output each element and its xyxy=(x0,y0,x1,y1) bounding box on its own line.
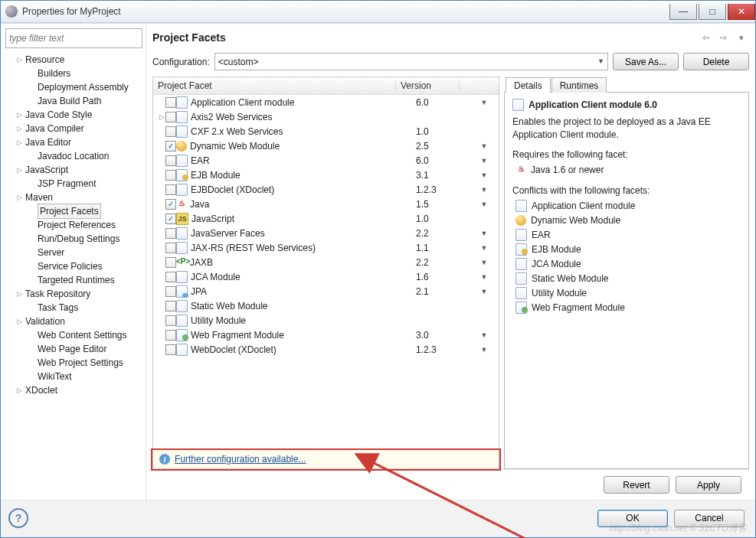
nav-item-validation[interactable]: ▷Validation xyxy=(5,315,142,328)
nav-item-javascript[interactable]: ▷JavaScript xyxy=(5,163,142,177)
nav-item-web-content-settings[interactable]: Web Content Settings xyxy=(5,328,142,342)
facet-row[interactable]: <P>JAXB2.2▼ xyxy=(153,255,499,269)
nav-item-java-editor[interactable]: ▷Java Editor xyxy=(5,135,142,149)
facet-row[interactable]: EJBDoclet (XDoclet)1.2.3▼ xyxy=(153,182,499,197)
version-dropdown-icon[interactable]: ▼ xyxy=(470,157,499,165)
nav-item-jsp-fragment[interactable]: JSP Fragment xyxy=(5,177,142,191)
facet-row[interactable]: ✓♨Java1.5▼ xyxy=(153,197,499,211)
delete-button[interactable]: Delete xyxy=(683,53,749,70)
facet-checkbox[interactable] xyxy=(165,272,176,282)
nav-item-label: Task Repository xyxy=(25,287,90,301)
nav-item-web-project-settings[interactable]: Web Project Settings xyxy=(5,356,142,370)
close-button[interactable]: ✕ xyxy=(728,4,755,20)
facet-row[interactable]: JPA2.1▼ xyxy=(153,284,499,298)
facet-row[interactable]: ✓JSJavaScript1.0 xyxy=(153,211,499,226)
version-dropdown-icon[interactable]: ▼ xyxy=(470,331,499,339)
col-version[interactable]: Version xyxy=(396,80,460,91)
nav-item-javadoc-location[interactable]: Javadoc Location xyxy=(5,149,142,163)
facet-checkbox[interactable] xyxy=(165,126,176,137)
nav-item-run-debug-settings[interactable]: Run/Debug Settings xyxy=(5,232,142,246)
tab-runtimes[interactable]: Runtimes xyxy=(551,77,607,93)
facet-checkbox[interactable]: ✓ xyxy=(165,199,176,210)
nav-item-java-code-style[interactable]: ▷Java Code Style xyxy=(5,108,142,122)
facet-checkbox[interactable] xyxy=(165,257,176,268)
nav-item-task-tags[interactable]: Task Tags xyxy=(5,301,142,315)
nav-item-web-page-editor[interactable]: Web Page Editor xyxy=(5,342,142,356)
nav-item-server[interactable]: Server xyxy=(5,246,142,259)
maximize-button[interactable]: □ xyxy=(699,4,726,20)
version-dropdown-icon[interactable]: ▼ xyxy=(470,99,499,106)
nav-item-targeted-runtimes[interactable]: Targeted Runtimes xyxy=(5,273,142,287)
facet-checkbox[interactable] xyxy=(165,170,176,181)
version-dropdown-icon[interactable]: ▼ xyxy=(470,171,499,179)
version-dropdown-icon[interactable]: ▼ xyxy=(470,273,499,281)
facet-checkbox[interactable] xyxy=(165,315,176,326)
facet-row[interactable]: CXF 2.x Web Services1.0 xyxy=(153,124,499,139)
facet-row[interactable]: Application Client module6.0▼ xyxy=(153,95,499,109)
facet-row[interactable]: ✓Dynamic Web Module2.5▼ xyxy=(153,139,499,153)
facet-checkbox[interactable] xyxy=(165,97,176,108)
facet-checkbox[interactable] xyxy=(165,286,176,297)
facet-row[interactable]: JAX-RS (REST Web Services)1.1▼ xyxy=(153,240,499,255)
version-dropdown-icon[interactable]: ▼ xyxy=(470,244,499,252)
version-dropdown-icon[interactable]: ▼ xyxy=(470,288,499,295)
facet-checkbox[interactable] xyxy=(165,330,176,341)
facet-checkbox[interactable] xyxy=(165,155,176,166)
facet-checkbox[interactable] xyxy=(165,243,176,253)
java-icon: ♨ xyxy=(515,165,526,175)
facet-checkbox[interactable] xyxy=(165,301,176,311)
cancel-button[interactable]: Cancel xyxy=(674,510,745,527)
tab-details[interactable]: Details xyxy=(506,77,551,93)
facet-row[interactable]: Static Web Module xyxy=(153,298,499,313)
nav-menu-icon[interactable]: ▾ xyxy=(735,33,748,43)
help-icon[interactable]: ? xyxy=(8,508,28,528)
nav-tree[interactable]: ▷ResourceBuildersDeployment AssemblyJava… xyxy=(5,53,142,497)
nav-item-deployment-assembly[interactable]: Deployment Assembly xyxy=(5,80,142,94)
further-config-link[interactable]: Further configuration available... xyxy=(175,454,306,465)
facet-row[interactable]: ▷Axis2 Web Services xyxy=(153,109,499,124)
facet-row[interactable]: Utility Module xyxy=(153,313,499,328)
nav-item-service-policies[interactable]: Service Policies xyxy=(5,259,142,273)
nav-item-maven[interactable]: ▷Maven xyxy=(5,191,142,204)
revert-button[interactable]: Revert xyxy=(604,476,669,494)
facet-row[interactable]: EAR6.0▼ xyxy=(153,153,499,168)
facet-row[interactable]: JavaServer Faces2.2▼ xyxy=(153,226,499,240)
version-dropdown-icon[interactable]: ▼ xyxy=(470,259,499,266)
version-dropdown-icon[interactable]: ▼ xyxy=(470,230,499,237)
nav-fwd-icon[interactable]: ⇨ xyxy=(718,33,730,43)
minimize-button[interactable]: — xyxy=(669,4,697,20)
version-dropdown-icon[interactable]: ▼ xyxy=(470,346,499,354)
configuration-combo[interactable]: <custom> ▼ xyxy=(214,53,608,70)
facet-row[interactable]: Web Fragment Module3.0▼ xyxy=(153,328,499,342)
facet-name: Dynamic Web Module xyxy=(190,141,280,152)
ok-button[interactable]: OK xyxy=(597,510,668,527)
version-dropdown-icon[interactable]: ▼ xyxy=(470,186,499,194)
facet-checkbox[interactable]: ✓ xyxy=(165,214,176,224)
nav-item-project-references[interactable]: Project References xyxy=(5,218,142,232)
facet-checkbox[interactable] xyxy=(165,184,176,195)
facet-checkbox[interactable]: ✓ xyxy=(165,141,176,152)
facet-version: 6.0 xyxy=(416,97,470,108)
nav-item-java-build-path[interactable]: Java Build Path xyxy=(5,94,142,108)
apply-button[interactable]: Apply xyxy=(676,476,741,494)
twist-icon: ▷ xyxy=(15,383,24,397)
facet-row[interactable]: WebDoclet (XDoclet)1.2.3▼ xyxy=(153,342,499,357)
nav-item-java-compiler[interactable]: ▷Java Compiler xyxy=(5,122,142,135)
facet-checkbox[interactable] xyxy=(165,228,176,239)
facet-checkbox[interactable] xyxy=(165,344,176,355)
nav-back-icon[interactable]: ⇦ xyxy=(699,33,712,43)
col-project-facet[interactable]: Project Facet xyxy=(153,80,396,91)
filter-input[interactable] xyxy=(5,28,142,48)
facet-row[interactable]: JCA Module1.6▼ xyxy=(153,269,499,284)
facet-checkbox[interactable] xyxy=(165,112,176,122)
nav-item-task-repository[interactable]: ▷Task Repository xyxy=(5,287,142,301)
nav-item-builders[interactable]: Builders xyxy=(5,67,142,80)
version-dropdown-icon[interactable]: ▼ xyxy=(470,201,499,208)
nav-item-project-facets[interactable]: Project Facets xyxy=(5,204,142,218)
facet-row[interactable]: EJB Module3.1▼ xyxy=(153,168,499,182)
nav-item-wikitext[interactable]: WikiText xyxy=(5,370,142,383)
version-dropdown-icon[interactable]: ▼ xyxy=(470,142,499,150)
nav-item-resource[interactable]: ▷Resource xyxy=(5,53,142,67)
save-as-button[interactable]: Save As... xyxy=(613,53,679,70)
nav-item-xdoclet[interactable]: ▷XDoclet xyxy=(5,383,142,397)
